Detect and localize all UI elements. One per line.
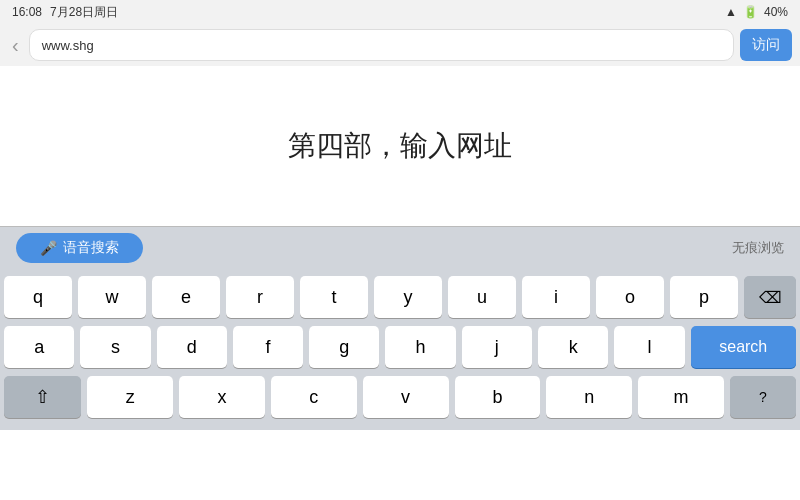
url-text: www.shg	[42, 38, 94, 53]
key-s[interactable]: s	[80, 326, 150, 368]
delete-key[interactable]: ⌫	[744, 276, 796, 318]
key-w[interactable]: w	[78, 276, 146, 318]
key-q[interactable]: q	[4, 276, 72, 318]
main-title: 第四部，输入网址	[288, 127, 512, 165]
key-g[interactable]: g	[309, 326, 379, 368]
key-l[interactable]: l	[614, 326, 684, 368]
keyboard-row-3: ⇧ z x c v b n m ?	[4, 376, 796, 418]
key-v[interactable]: v	[363, 376, 449, 418]
key-h[interactable]: h	[385, 326, 455, 368]
key-a[interactable]: a	[4, 326, 74, 368]
key-t[interactable]: t	[300, 276, 368, 318]
question-key[interactable]: ?	[730, 376, 796, 418]
status-bar: 16:08 7月28日周日 ▲ 🔋 40%	[0, 0, 800, 24]
key-n[interactable]: n	[546, 376, 632, 418]
keyboard-toolbar: 🎤 语音搜索 无痕浏览	[0, 226, 800, 268]
key-k[interactable]: k	[538, 326, 608, 368]
key-i[interactable]: i	[522, 276, 590, 318]
voice-search-button[interactable]: 🎤 语音搜索	[16, 233, 143, 263]
key-r[interactable]: r	[226, 276, 294, 318]
key-f[interactable]: f	[233, 326, 303, 368]
key-j[interactable]: j	[462, 326, 532, 368]
key-x[interactable]: x	[179, 376, 265, 418]
key-c[interactable]: c	[271, 376, 357, 418]
key-m[interactable]: m	[638, 376, 724, 418]
key-b[interactable]: b	[455, 376, 541, 418]
wifi-icon: ▲	[725, 5, 737, 19]
main-content: 第四部，输入网址	[0, 66, 800, 226]
date: 7月28日周日	[50, 4, 118, 21]
status-right: ▲ 🔋 40%	[725, 5, 788, 19]
visit-button[interactable]: 访问	[740, 29, 792, 61]
key-o[interactable]: o	[596, 276, 664, 318]
back-button[interactable]: ‹	[8, 34, 23, 57]
battery-icon: 🔋	[743, 5, 758, 19]
keyboard-row-2: a s d f g h j k l search	[4, 326, 796, 368]
key-e[interactable]: e	[152, 276, 220, 318]
keyboard-row-1: q w e r t y u i o p ⌫	[4, 276, 796, 318]
mic-icon: 🎤	[40, 240, 57, 256]
url-bar[interactable]: www.shg	[29, 29, 734, 61]
key-u[interactable]: u	[448, 276, 516, 318]
browser-bar: ‹ www.shg 访问	[0, 24, 800, 66]
status-left: 16:08 7月28日周日	[12, 4, 118, 21]
shift-key[interactable]: ⇧	[4, 376, 81, 418]
battery-level: 40%	[764, 5, 788, 19]
search-key[interactable]: search	[691, 326, 796, 368]
key-p[interactable]: p	[670, 276, 738, 318]
key-y[interactable]: y	[374, 276, 442, 318]
time: 16:08	[12, 5, 42, 19]
incognito-label: 无痕浏览	[732, 239, 784, 257]
key-z[interactable]: z	[87, 376, 173, 418]
key-d[interactable]: d	[157, 326, 227, 368]
voice-search-label: 语音搜索	[63, 239, 119, 257]
keyboard: q w e r t y u i o p ⌫ a s d f g h j k l …	[0, 268, 800, 430]
